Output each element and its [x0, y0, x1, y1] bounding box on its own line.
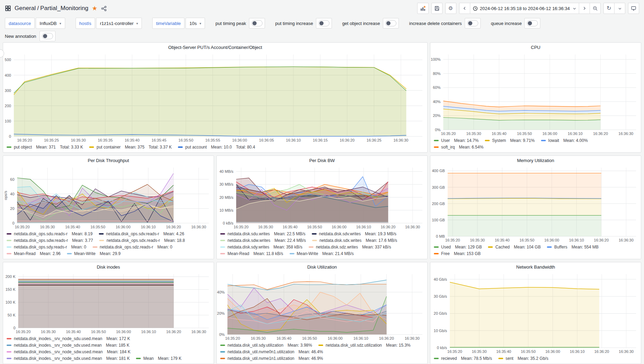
- breadcrumb[interactable]: General/Partial_Monitoring: [15, 5, 88, 12]
- legend-item[interactable]: netdata.disk_inodes._srv_node_sdw.used.m…: [7, 348, 130, 355]
- variable-value-dropdown[interactable]: InfluxDB ▾: [36, 18, 65, 29]
- legend-item[interactable]: netdata.disk_ops.sdz.reads-rMean: 0: [93, 244, 172, 250]
- panel-title[interactable]: Network Bandwidth: [430, 262, 641, 271]
- legend-item[interactable]: netdata.disk_ops.sdw.reads-rMean: 3.77: [7, 237, 93, 244]
- legend-item[interactable]: BuffersMean: 554 MB: [547, 244, 599, 250]
- legend-label: netdata.disk_ops.sdw.reads-r: [14, 238, 68, 243]
- legend-item[interactable]: Mean-ReadMean: 11.8 kB/s: [220, 250, 283, 257]
- chart-area[interactable]: 16:35:2016:35:3016:35:4016:35:5016:36:00…: [3, 271, 214, 335]
- toggle-switch[interactable]: [316, 18, 332, 28]
- legend-item[interactable]: Mean-ReadMean: 2.96: [7, 250, 61, 257]
- chart-area[interactable]: 16:35:2016:35:2516:35:3016:35:3516:35:40…: [3, 52, 427, 143]
- chart-area[interactable]: 16:35:2016:35:3016:35:4016:35:5016:36:00…: [217, 271, 427, 341]
- svg-text:0%: 0%: [219, 332, 225, 337]
- legend-item[interactable]: netdata.disk_util.sdy.utilizationMean: 3…: [220, 342, 312, 348]
- kiosk-button[interactable]: [628, 3, 639, 14]
- variable-value-dropdown[interactable]: r1z1s1-controller ▾: [96, 18, 142, 29]
- panel-title[interactable]: Object-Server PUT/s Account/Container/Ob…: [3, 43, 427, 52]
- legend-item[interactable]: netdata.disk_ops.sdx.reads-rMean: 18.8: [99, 237, 185, 244]
- chart-svg[interactable]: 16:35:2016:35:3016:35:4016:35:5016:36:00…: [3, 271, 214, 335]
- legend-item[interactable]: UsedMean: 129 GB: [434, 244, 482, 250]
- share-icon[interactable]: [101, 6, 107, 11]
- panel-title[interactable]: Disk Utilization: [217, 262, 427, 271]
- legend-item[interactable]: soft_irqMean: 6.54%: [434, 144, 483, 150]
- panel-title[interactable]: Memory Utilization: [430, 156, 641, 165]
- legend-item[interactable]: netdata.disk_inodes._srv_node_sdv.used.m…: [7, 342, 129, 348]
- panel-title[interactable]: CPU: [430, 43, 641, 52]
- legend-item[interactable]: netdata.disk.sdz.writesMean: 337 kB/s: [309, 244, 391, 250]
- legend-item[interactable]: Mean-WriteMean: 29.9: [67, 250, 121, 257]
- legend-item[interactable]: put objectMean: 371Total: 3.33 K: [7, 144, 83, 150]
- refresh-button[interactable]: ↻: [603, 3, 615, 14]
- legend-item[interactable]: put containerMean: 375Total: 3.37 K: [89, 144, 172, 150]
- legend-item[interactable]: FreeMean: 153 GB: [434, 250, 481, 257]
- time-picker-button[interactable]: 2024-06-12 16:35:18 to 2024-06-12 16:36:…: [470, 3, 579, 14]
- legend-label: netdata.disk_ops.sdu.reads-r: [14, 231, 68, 236]
- legend-item[interactable]: CachedMean: 104 GB: [488, 244, 541, 250]
- legend-item[interactable]: netdata.disk.sdv.writesMean: 19.3 MB/s: [312, 230, 396, 237]
- panel-title[interactable]: Per Disk BW: [217, 156, 427, 165]
- legend-label: netdata.disk_util.nvme1n1.utilization: [227, 356, 294, 361]
- add-panel-button[interactable]: [417, 3, 429, 14]
- annotation-toggle[interactable]: [40, 31, 55, 41]
- variable-value-dropdown[interactable]: 10s ▾: [186, 18, 205, 29]
- legend-item[interactable]: sentMean: 35.2 Gb/s: [498, 355, 548, 362]
- chart-area[interactable]: 16:35:2016:35:3016:35:4016:35:5016:36:00…: [430, 52, 641, 137]
- chart-svg[interactable]: 16:35:2016:35:3016:35:4016:35:5016:36:00…: [3, 165, 214, 230]
- legend-item[interactable]: netdata.disk_util.nvme0n1.utilizationMea…: [220, 348, 323, 355]
- legend-item[interactable]: MeanMean: 179 K: [136, 355, 181, 362]
- time-back-button[interactable]: [459, 3, 470, 14]
- legend-item[interactable]: netdata.disk_ops.sdv.reads-rMean: 4.26: [99, 230, 184, 237]
- legend-item[interactable]: netdata.disk_ops.sdy.reads-rMean: 0: [7, 244, 86, 250]
- legend-item[interactable]: netdata.disk_ops.sdu.reads-rMean: 8.19: [7, 230, 93, 237]
- legend-item[interactable]: netdata.disk_util.sdz.utilizationMean: 1…: [318, 342, 411, 348]
- toggle-switch[interactable]: [383, 18, 399, 28]
- legend-item[interactable]: SystemMean: 9.71%: [485, 137, 535, 144]
- legend-item[interactable]: netdata.disk.sdx.writesMean: 17.6 MB/s: [312, 237, 397, 244]
- legend-item[interactable]: netdata.disk.sdy.writesMean: 358 kB/s: [220, 244, 302, 250]
- chart-svg[interactable]: 16:35:2016:35:2516:35:3016:35:3516:35:40…: [3, 52, 427, 143]
- toggle-switch[interactable]: [249, 18, 265, 28]
- star-icon[interactable]: ★: [92, 5, 97, 11]
- chart-svg[interactable]: 16:35:2016:35:3016:35:4016:35:5016:36:00…: [430, 52, 641, 137]
- chart-svg[interactable]: 16:35:2016:35:3016:35:4016:35:5016:36:00…: [217, 165, 427, 230]
- panel-object-server-puts: Object-Server PUT/s Account/Container/Ob…: [3, 42, 428, 153]
- svg-text:ops/s: ops/s: [3, 191, 8, 200]
- breadcrumb-dashboard-name[interactable]: Partial_Monitoring: [40, 5, 88, 11]
- legend-label: netdata.disk.sdx.writes: [319, 238, 361, 243]
- apps-grid-icon[interactable]: [5, 5, 11, 11]
- chart-area[interactable]: 16:35:2016:35:3016:35:4016:35:5016:36:00…: [430, 271, 641, 355]
- time-forward-button[interactable]: [579, 3, 590, 14]
- chart-area[interactable]: 16:35:2016:35:3016:35:4016:35:5016:36:00…: [430, 165, 641, 243]
- legend-item[interactable]: netdata.disk_util.nvme1n1.utilizationMea…: [220, 355, 323, 362]
- legend-item[interactable]: recievedMean: 78.5 Mb/s: [434, 355, 492, 362]
- legend: recievedMean: 78.5 Mb/ssentMean: 35.2 Gb…: [430, 355, 641, 364]
- chart-area[interactable]: 16:35:2016:35:3016:35:4016:35:5016:36:00…: [3, 165, 214, 230]
- legend-item[interactable]: netdata.disk_inodes._srv_node_sdu.used.m…: [7, 335, 130, 342]
- legend-item[interactable]: netdata.disk_inodes._srv_node_sdx.used.m…: [7, 355, 130, 362]
- legend-stat: Mean: 29.9: [100, 251, 121, 256]
- legend-item[interactable]: netdata.disk.sdu.writesMean: 22.5 MB/s: [220, 230, 306, 237]
- svg-text:16:35:50: 16:35:50: [91, 330, 106, 334]
- chart-svg[interactable]: 16:35:2016:35:3016:35:4016:35:5016:36:00…: [217, 271, 427, 341]
- legend-item[interactable]: IowaitMean: 4.00%: [541, 137, 588, 144]
- refresh-interval-button[interactable]: [614, 3, 625, 14]
- chart-area[interactable]: 16:35:2016:35:3016:35:4016:35:5016:36:00…: [217, 165, 427, 230]
- toggle-label: put timing peak: [215, 21, 246, 26]
- zoom-out-button[interactable]: [590, 3, 601, 14]
- panel-title[interactable]: Per Disk Throughput: [3, 156, 214, 165]
- save-button[interactable]: [431, 3, 443, 14]
- legend-item[interactable]: UserMean: 14.7%: [434, 137, 479, 144]
- breadcrumb-folder[interactable]: General: [15, 5, 36, 11]
- panel-title[interactable]: Disk inodes: [3, 262, 214, 271]
- svg-text:16:35:20: 16:35:20: [445, 238, 460, 242]
- settings-button[interactable]: ⚙: [445, 3, 456, 14]
- chart-svg[interactable]: 16:35:2016:35:3016:35:4016:35:5016:36:00…: [430, 271, 641, 355]
- legend-item[interactable]: netdata.disk.sdw.writesMean: 22.4 MB/s: [220, 237, 306, 244]
- chart-svg[interactable]: 16:35:2016:35:3016:35:4016:35:5016:36:00…: [430, 165, 641, 243]
- toggle-switch[interactable]: [465, 18, 481, 28]
- legend-stat: Total: 80.4: [236, 145, 255, 150]
- legend-item[interactable]: Mean-WriteMean: 21.4 MB/s: [290, 250, 354, 257]
- toggle-switch[interactable]: [524, 18, 540, 28]
- legend-item[interactable]: put accountMean: 10.0Total: 80.4: [178, 144, 255, 150]
